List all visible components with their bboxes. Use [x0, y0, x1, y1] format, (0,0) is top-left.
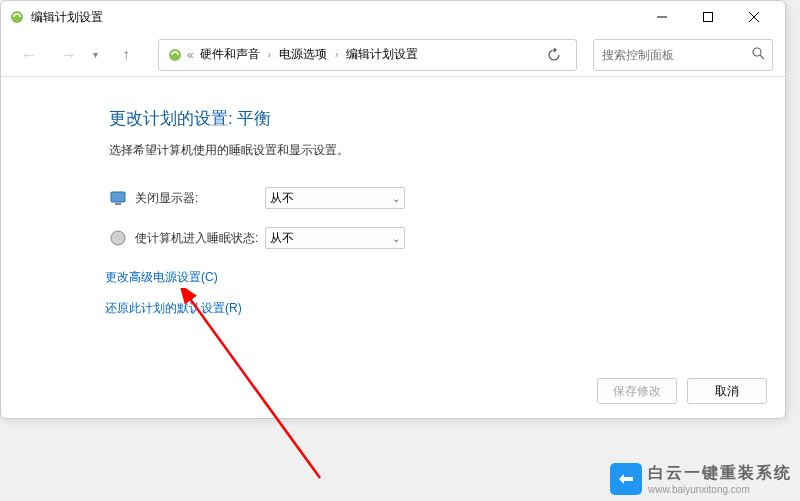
display-off-label: 关闭显示器:	[135, 190, 265, 207]
save-button[interactable]: 保存修改	[597, 378, 677, 404]
chevron-right-icon: ›	[264, 49, 275, 60]
watermark-text: 白云一键重装系统 www.baiyunxitong.com	[648, 463, 792, 495]
cancel-button[interactable]: 取消	[687, 378, 767, 404]
svg-point-10	[111, 231, 125, 245]
svg-point-5	[169, 49, 181, 61]
chevron-right-icon: ›	[331, 49, 342, 60]
minimize-button[interactable]	[639, 1, 685, 33]
advanced-settings-link[interactable]: 更改高级电源设置(C)	[105, 269, 785, 286]
address-bar[interactable]: « 硬件和声音 › 电源选项 › 编辑计划设置	[158, 39, 577, 71]
svg-rect-2	[704, 13, 713, 22]
search-icon[interactable]	[752, 47, 765, 63]
moon-icon	[109, 229, 127, 247]
watermark: 白云一键重装系统 www.baiyunxitong.com	[610, 463, 792, 495]
sleep-select[interactable]: 从不 ⌄	[265, 227, 405, 249]
page-title: 更改计划的设置: 平衡	[109, 107, 785, 130]
display-off-value: 从不	[270, 190, 294, 207]
location-icon	[167, 47, 183, 63]
watermark-title: 白云一键重装系统	[648, 463, 792, 484]
breadcrumb-item[interactable]: 编辑计划设置	[342, 44, 422, 65]
page-description: 选择希望计算机使用的睡眠设置和显示设置。	[109, 142, 785, 159]
svg-point-6	[753, 48, 761, 56]
chevron-down-icon: ⌄	[392, 233, 400, 244]
maximize-button[interactable]	[685, 1, 731, 33]
restore-defaults-link[interactable]: 还原此计划的默认设置(R)	[105, 300, 785, 317]
history-dropdown-icon[interactable]: ▾	[93, 49, 98, 60]
back-button[interactable]: ←	[13, 39, 45, 71]
titlebar: 编辑计划设置	[1, 1, 785, 33]
breadcrumb-item[interactable]: 电源选项	[275, 44, 331, 65]
refresh-button[interactable]	[540, 41, 568, 69]
breadcrumb-item[interactable]: 硬件和声音	[196, 44, 264, 65]
chevron-down-icon: ⌄	[392, 193, 400, 204]
display-off-row: 关闭显示器: 从不 ⌄	[109, 187, 785, 209]
up-button[interactable]: ↑	[110, 39, 142, 71]
svg-point-0	[11, 11, 23, 23]
window-controls	[639, 1, 777, 33]
action-buttons: 保存修改 取消	[597, 378, 767, 404]
sleep-label: 使计算机进入睡眠状态:	[135, 230, 265, 247]
monitor-icon	[109, 189, 127, 207]
content-area: 更改计划的设置: 平衡 选择希望计算机使用的睡眠设置和显示设置。 关闭显示器: …	[1, 77, 785, 317]
app-icon	[9, 9, 25, 25]
breadcrumb: 硬件和声音 › 电源选项 › 编辑计划设置	[196, 44, 540, 65]
svg-rect-9	[115, 203, 121, 205]
display-off-select[interactable]: 从不 ⌄	[265, 187, 405, 209]
watermark-url: www.baiyunxitong.com	[648, 484, 792, 495]
watermark-logo-icon	[610, 463, 642, 495]
svg-rect-8	[111, 192, 125, 202]
window-title: 编辑计划设置	[31, 9, 639, 26]
search-box[interactable]	[593, 39, 773, 71]
sleep-value: 从不	[270, 230, 294, 247]
sleep-row: 使计算机进入睡眠状态: 从不 ⌄	[109, 227, 785, 249]
navigation-bar: ← → ▾ ↑ « 硬件和声音 › 电源选项 › 编辑计划设置	[1, 33, 785, 77]
window: 编辑计划设置 ← → ▾ ↑ « 硬件和声音 ›	[0, 0, 786, 419]
search-input[interactable]	[602, 48, 752, 62]
close-button[interactable]	[731, 1, 777, 33]
svg-line-7	[760, 55, 764, 59]
links-section: 更改高级电源设置(C) 还原此计划的默认设置(R)	[105, 269, 785, 317]
forward-button[interactable]: →	[53, 39, 85, 71]
